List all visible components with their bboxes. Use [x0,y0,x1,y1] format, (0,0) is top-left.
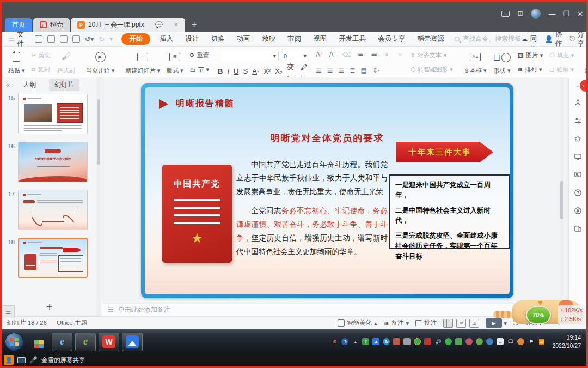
indent-decrease-icon[interactable]: ⇤ [385,51,391,58]
close-button[interactable]: ✕ [577,10,583,18]
tray-icon-display[interactable]: 🖵 [507,338,514,345]
slide-18[interactable]: 明晰报告精髓 明晰党对全体党员的要求 中国共产党 ★ 中国共产党已走过百年奋斗历… [141,83,513,298]
outline-button[interactable]: ◻轮廓 ▾ [547,65,576,74]
new-tab-button[interactable]: + [186,20,202,32]
font-size-combo[interactable]: 0▾ [281,51,309,61]
energy-icon[interactable] [573,206,582,215]
paste-button[interactable]: 粘贴 ▾ [5,49,28,76]
tray-icon-network[interactable]: 📶 [538,338,545,345]
redo-icon[interactable]: ↻ [99,35,104,43]
tray-icon-volume[interactable]: 🔊 [434,338,442,345]
align-center-icon[interactable]: ☰ [327,67,333,74]
tray-icon-orange[interactable] [517,338,524,345]
comment-bubble-icon[interactable]: 💬 [155,21,163,28]
line-spacing-icon[interactable]: ⇕· [372,67,380,74]
smart-beautify-button[interactable]: 智能美化 ▴ [338,319,377,327]
section-button[interactable]: 🗀节 ▾ [188,65,212,74]
format-painter-button[interactable]: 🖌 格式刷 [54,49,78,76]
help-icon[interactable] [573,188,582,197]
clear-format-icon[interactable]: ⌫ [342,51,352,58]
tray-icon-meeting[interactable]: ▲ [372,338,379,345]
tab-slides[interactable]: 幻灯片 [49,79,79,91]
menu-tab-devtools[interactable]: 开发工具 [333,34,372,44]
font-grow-button[interactable]: A⁺ [316,51,323,58]
reader-layout-icon[interactable] [573,224,582,233]
menu-tab-review[interactable]: 审阅 [281,34,307,44]
rocket-icon[interactable] [573,98,582,107]
bullets-button[interactable]: ≔· [357,51,366,58]
menu-tab-start[interactable]: 开始 [121,33,150,45]
arrange-button[interactable]: ≋排列 ▾ [516,65,546,74]
layout-button[interactable]: ≣ 版式 ▾ [163,49,187,76]
reading-view-button[interactable]: ◫ [469,319,479,328]
numbering-button[interactable]: ≕· [371,51,380,58]
picture-button[interactable]: 🖼图片 ▾ [516,51,546,60]
tray-icon-teamviewer[interactable]: ↔ [497,338,504,345]
slide-thumb-17[interactable]: 17 [5,190,97,230]
tray-icon-red[interactable] [424,338,431,345]
slide-body-text[interactable]: 中国共产党已走过百年奋斗历程。我们党立志于中华民族千秋伟业，致力于人类和平与发展… [236,158,388,264]
copy-button[interactable]: ⧉复制 [29,65,53,74]
preview-icon[interactable] [72,35,80,43]
save-icon[interactable] [35,35,42,43]
close-tab-icon[interactable]: ✕ [174,21,179,28]
taskbar-app-360[interactable] [28,333,49,351]
image-edit-icon[interactable] [573,170,582,179]
tab-document[interactable]: P 10月 三会一课.pptx 💬 ✕ [71,18,185,32]
panel-scrollbar[interactable] [97,99,100,165]
cast-screen-icon[interactable] [573,152,582,161]
justify-icon[interactable]: ≣ [350,67,355,74]
effects-star-icon[interactable]: ✩ [573,134,582,143]
restore-button[interactable]: ❐ [563,10,569,18]
italic-button[interactable]: I [227,67,229,75]
user-avatar[interactable] [531,9,541,19]
single-page-view-icon[interactable]: 1 [501,11,510,17]
menu-tab-insert[interactable]: 插入 [154,34,179,44]
menu-tab-slideshow[interactable]: 放映 [256,34,281,44]
indent-increase-icon[interactable]: ⇥ [396,51,402,58]
font-family-combo[interactable]: ▾ [218,51,279,61]
underline-button[interactable]: U [234,67,238,75]
tray-icon-flag[interactable]: ⚑ [528,338,535,345]
tray-icon-help[interactable]: ? [341,338,348,345]
command-search[interactable]: 查找命令、搜索模板 [455,34,521,44]
tray-icon-cup[interactable] [393,338,400,345]
tray-icon-sync[interactable]: ↻ [383,338,390,345]
tray-icon-wechat[interactable] [445,338,452,345]
tab-outline[interactable]: 大纲 [17,79,41,91]
font-shrink-button[interactable]: A⁻ [329,51,336,58]
notes-toggle-button[interactable]: ≋ 备注 ▾ [384,319,409,327]
tray-icon-shield[interactable] [455,338,462,345]
settings-sliders-icon[interactable] [573,116,582,125]
grid-view-icon[interactable]: ⊞ [517,10,523,17]
slide-thumb-18-selected[interactable]: 18 [5,238,97,278]
taskbar-app-wps[interactable]: W [99,333,119,351]
sorter-view-button[interactable]: ⊞ [456,319,466,328]
taskbar-app-ie[interactable]: e [52,333,72,351]
output-icon[interactable] [47,35,55,43]
align-left-icon[interactable]: ☰ [316,67,322,74]
menu-tab-animation[interactable]: 动画 [230,34,256,44]
start-button[interactable] [5,333,23,351]
align-right-icon[interactable]: ☰ [339,67,345,74]
share-button[interactable]: ⎋分享 [569,30,584,49]
collapse-panel-icon[interactable]: « [6,81,10,89]
menu-file[interactable]: ☰文件 [2,30,29,49]
to-smartart-button[interactable]: ⬡转智能图形 ▾ [408,65,455,74]
textbox-button[interactable]: A≡ 文本框 ▾ [461,49,490,76]
font-color-button[interactable]: A· [252,67,259,75]
superscript-button[interactable]: X² [264,67,271,75]
tray-icon-drive[interactable] [403,338,411,345]
collab-button[interactable]: 👤协作 [544,30,562,49]
slide-thumb-16[interactable]: 16 明晰报告精髓 学习大会精神 [5,142,97,182]
slide-thumb-15[interactable]: 15 [5,94,97,134]
subscript-button[interactable]: X₂ [275,67,283,75]
play-from-current-button[interactable]: ▶ 当页开始 ▾ [83,49,118,76]
new-slide-button[interactable]: ＋ 新建幻灯片 ▾ [122,49,163,76]
tray-icon-pink[interactable] [465,338,473,345]
taskbar-clock[interactable]: 19:14 2022/10/27 [552,334,581,349]
highlight-button[interactable]: 🖍· [300,63,309,80]
normal-view-button[interactable] [443,319,453,328]
tray-icon-usb[interactable]: ⇪ [362,338,369,345]
fill-button[interactable]: ⬠填充 ▾ [547,51,576,60]
